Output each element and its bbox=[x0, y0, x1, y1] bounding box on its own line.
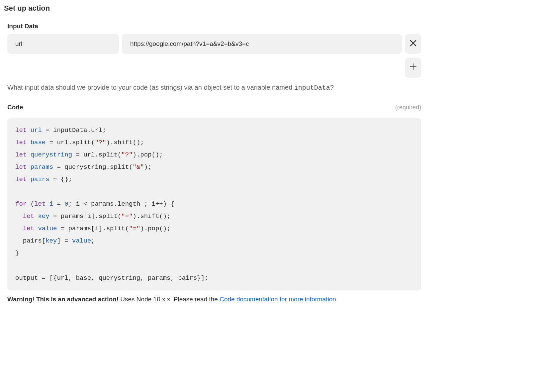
warning-body: Uses Node 10.x.x. Please read the bbox=[119, 296, 220, 303]
helper-suffix: ? bbox=[330, 84, 334, 91]
plus-icon bbox=[409, 63, 417, 72]
input-key-field[interactable] bbox=[7, 34, 119, 54]
required-label: (required) bbox=[395, 104, 421, 111]
add-row-button[interactable] bbox=[405, 58, 421, 78]
remove-row-button[interactable] bbox=[405, 34, 421, 54]
input-data-label: Input Data bbox=[7, 23, 421, 30]
warning-bold: Warning! This is an advanced action! bbox=[7, 296, 119, 303]
warning-suffix: . bbox=[336, 296, 338, 303]
warning-text: Warning! This is an advanced action! Use… bbox=[7, 296, 421, 303]
close-icon bbox=[410, 39, 416, 49]
code-label: Code bbox=[7, 104, 23, 111]
input-data-helper: What input data should we provide to you… bbox=[7, 84, 421, 92]
helper-code-var: inputData bbox=[294, 84, 330, 92]
input-value-field[interactable] bbox=[122, 34, 402, 54]
code-docs-link[interactable]: Code documentation for more information bbox=[220, 296, 336, 303]
page-title: Set up action bbox=[4, 4, 421, 13]
helper-prefix: What input data should we provide to you… bbox=[7, 84, 294, 91]
code-editor[interactable]: let url = inputData.url; let base = url.… bbox=[7, 118, 421, 290]
input-data-row bbox=[7, 34, 421, 54]
